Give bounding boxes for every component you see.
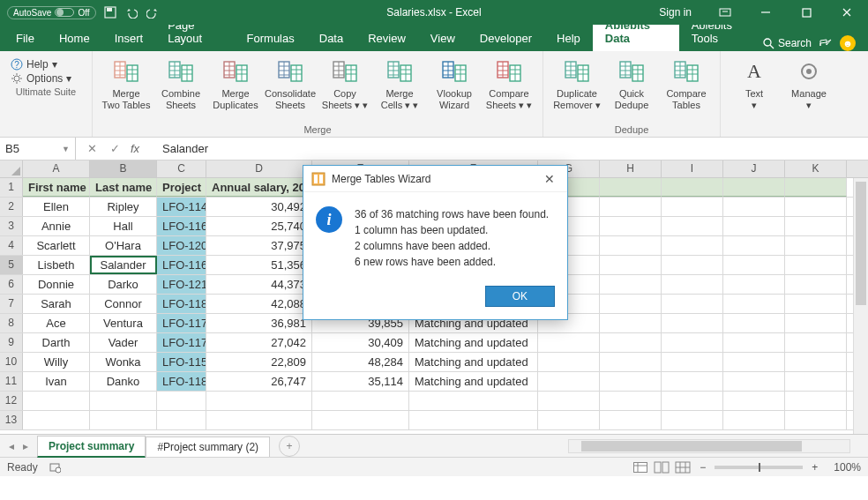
cell[interactable] <box>723 295 785 313</box>
cell[interactable]: Wonka <box>90 353 157 371</box>
cell[interactable] <box>723 236 785 255</box>
cell[interactable] <box>662 353 723 371</box>
sheet-nav-first-icon[interactable]: ◂ <box>5 440 18 452</box>
cell[interactable] <box>538 353 600 371</box>
cell[interactable]: 51,356 <box>206 256 312 274</box>
manage-button[interactable]: Manage▾ <box>782 55 835 113</box>
cell[interactable] <box>600 217 662 235</box>
cell[interactable] <box>662 314 723 332</box>
row-header[interactable]: 4 <box>0 236 23 255</box>
cell[interactable] <box>785 178 847 197</box>
ribbon-options-icon[interactable] <box>706 0 745 25</box>
cell[interactable] <box>409 392 538 410</box>
cell[interactable]: LFO-121 <box>157 275 206 294</box>
cell[interactable] <box>600 392 662 410</box>
cell[interactable] <box>723 198 785 216</box>
cell[interactable] <box>409 411 538 429</box>
row-header[interactable]: 6 <box>0 275 23 294</box>
cell[interactable] <box>785 411 847 429</box>
cell[interactable]: 25,740 <box>206 217 312 235</box>
cell[interactable] <box>312 392 409 410</box>
row-header[interactable]: 13 <box>0 411 23 429</box>
cell[interactable]: Scarlett <box>23 236 90 255</box>
cell[interactable] <box>157 411 206 429</box>
row-header[interactable]: 12 <box>0 392 23 410</box>
row-header[interactable]: 3 <box>0 217 23 235</box>
cell[interactable] <box>785 333 847 352</box>
tab-developer[interactable]: Developer <box>468 26 544 51</box>
cell[interactable] <box>538 411 600 429</box>
row-header[interactable]: 1 <box>0 178 23 197</box>
cell[interactable] <box>600 353 662 371</box>
cell[interactable]: Ace <box>23 314 90 332</box>
row-header[interactable]: 2 <box>0 198 23 216</box>
cell[interactable]: LFO-118 <box>157 372 206 391</box>
cell[interactable] <box>785 295 847 313</box>
cell[interactable] <box>23 411 90 429</box>
tab-review[interactable]: Review <box>355 26 418 51</box>
cell[interactable] <box>600 314 662 332</box>
cell[interactable]: 35,114 <box>312 372 409 391</box>
cell[interactable] <box>785 217 847 235</box>
cell[interactable]: Salander <box>90 256 157 274</box>
zoom-slider[interactable] <box>715 466 803 469</box>
cell[interactable] <box>662 198 723 216</box>
cell[interactable]: Darth <box>23 333 90 352</box>
ribbon-compare-sheets[interactable]: CompareSheets ▾ ▾ <box>483 55 535 113</box>
cell[interactable]: 26,747 <box>206 372 312 391</box>
zoom-level[interactable]: 100% <box>827 461 861 474</box>
col-header-K[interactable]: K <box>785 160 847 177</box>
close-icon[interactable] <box>827 0 866 25</box>
cell[interactable] <box>538 392 600 410</box>
formula-input[interactable]: Salander <box>153 142 868 155</box>
cell[interactable]: Annie <box>23 217 90 235</box>
fx-icon[interactable]: fx <box>129 142 146 155</box>
cell[interactable]: Matching and updated <box>409 333 538 352</box>
zoom-in-icon[interactable]: + <box>808 461 821 474</box>
undo-icon[interactable] <box>124 5 138 19</box>
cell[interactable] <box>90 411 157 429</box>
minimize-icon[interactable] <box>746 0 785 25</box>
redo-icon[interactable] <box>146 5 160 19</box>
cell[interactable]: Donnie <box>23 275 90 294</box>
row-header[interactable]: 11 <box>0 372 23 391</box>
cell[interactable] <box>723 314 785 332</box>
cell[interactable]: LFO-117 <box>157 333 206 352</box>
ribbon-duplicate-remover[interactable]: DuplicateRemover ▾ <box>550 55 603 113</box>
cell[interactable] <box>600 295 662 313</box>
cell[interactable]: LFO-116 <box>157 256 206 274</box>
cell[interactable] <box>662 295 723 313</box>
cell[interactable] <box>600 256 662 274</box>
cell[interactable]: Ivan <box>23 372 90 391</box>
cell[interactable] <box>157 392 206 410</box>
view-page-layout-icon[interactable] <box>654 461 670 474</box>
ribbon-combine-sheets[interactable]: CombineSheets <box>154 55 207 113</box>
ribbon-consolidate-sheets[interactable]: ConsolidateSheets <box>264 55 317 113</box>
cell[interactable] <box>600 275 662 294</box>
help-button[interactable]: ?Help ▾ <box>11 58 85 71</box>
cell[interactable]: 27,042 <box>206 333 312 352</box>
cell[interactable]: LFO-118 <box>157 295 206 313</box>
col-header-B[interactable]: B <box>90 160 157 177</box>
cell[interactable] <box>785 198 847 216</box>
cell[interactable] <box>785 314 847 332</box>
cell[interactable]: 44,373 <box>206 275 312 294</box>
autosave-toggle[interactable]: AutoSave Off <box>7 6 96 19</box>
cell[interactable] <box>662 372 723 391</box>
row-header[interactable]: 8 <box>0 314 23 332</box>
ribbon-compare-tables[interactable]: CompareTables <box>660 55 713 113</box>
cell[interactable]: LFO-115 <box>157 353 206 371</box>
cell[interactable] <box>723 353 785 371</box>
cell[interactable] <box>723 411 785 429</box>
col-header-H[interactable]: H <box>600 160 662 177</box>
tab-file[interactable]: File <box>4 26 47 51</box>
save-icon[interactable] <box>103 5 117 19</box>
cell[interactable]: Ventura <box>90 314 157 332</box>
cell[interactable] <box>723 392 785 410</box>
cell[interactable]: 42,088 <box>206 295 312 313</box>
tab-help[interactable]: Help <box>544 26 593 51</box>
row-header[interactable]: 9 <box>0 333 23 352</box>
cell[interactable]: Darko <box>90 275 157 294</box>
sign-in-link[interactable]: Sign in <box>647 6 704 19</box>
cancel-formula-icon[interactable]: ✕ <box>83 142 101 155</box>
